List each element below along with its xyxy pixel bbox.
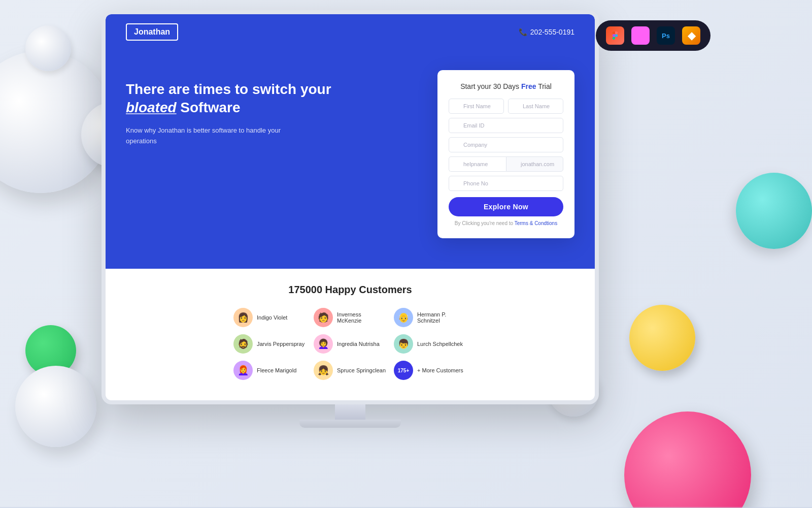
company-input[interactable] [449, 137, 563, 152]
subdomain-wrapper: 🌐 [449, 156, 506, 172]
hero-text: There are times to switch your bloated S… [126, 75, 437, 146]
customer-name: Lurch Schpellchek [417, 341, 463, 347]
more-customers-badge: 175+ [394, 361, 413, 380]
customer-name: Spruce Springclean [337, 367, 386, 373]
xd-icon[interactable]: Xd [631, 26, 650, 45]
list-item: 👴 Hermann P. Schnitzel [394, 308, 467, 327]
form-terms: By Clicking you're need to Terms & Condt… [449, 220, 563, 226]
list-item: 👩‍🦱 Ingredia Nutrisha [314, 334, 387, 354]
avatar: 🧔 [233, 334, 253, 354]
decorative-ball-green [25, 325, 76, 376]
customer-name: Ingredia Nutrisha [337, 341, 380, 347]
list-item: 🧔 Jarvis Pepperspray [233, 334, 307, 354]
decorative-ball-2 [25, 25, 71, 71]
email-input[interactable] [449, 118, 563, 133]
list-item: 👧 Spruce Springclean [314, 361, 387, 380]
customer-name: Hermann P. Schnitzel [417, 311, 467, 324]
first-name-wrapper: 👤 [449, 99, 504, 114]
list-item: 👩 Indigo Violet [233, 308, 307, 327]
nav-logo[interactable]: Jonathan [126, 23, 178, 41]
email-wrapper: ✉️ [449, 118, 563, 133]
phone-input[interactable] [449, 176, 563, 191]
domain-row: 🌐 [449, 156, 563, 172]
decorative-ball-4 [15, 366, 96, 447]
first-name-input[interactable] [449, 99, 504, 114]
customers-grid: 👩 Indigo Violet 🧑 Inverness McKenzie 👴 H… [233, 308, 467, 380]
name-row: 👤 👤 [449, 99, 563, 114]
monitor-neck [335, 404, 365, 420]
customer-name: Inverness McKenzie [337, 311, 387, 324]
list-item: 👩‍🦰 Fleece Marigold [233, 361, 307, 380]
subdomain-input[interactable] [449, 156, 506, 172]
list-item: 👦 Lurch Schpellchek [394, 334, 467, 354]
monitor-base [299, 420, 401, 428]
figma-icon[interactable] [606, 26, 624, 45]
hero-subtitle: Know why Jonathan is better software to … [126, 125, 288, 147]
avatar: 👩 [233, 308, 253, 327]
ps-icon[interactable]: Ps [657, 26, 675, 45]
toolbar-pill: Xd Ps ◆ [596, 20, 710, 51]
customer-name: Jarvis Pepperspray [257, 341, 304, 347]
phone-icon: 📞 [519, 28, 527, 36]
hero-title: There are times to switch your bloated S… [126, 80, 437, 117]
avatar: 👴 [394, 308, 413, 327]
customers-section: 175000 Happy Customers 👩 Indigo Violet 🧑… [106, 269, 595, 400]
monitor: Jonathan 📞 202-555-0191 There are times … [101, 10, 599, 404]
decorative-ball-teal [736, 173, 812, 249]
signup-form-card: Start your 30 Days Free Trial 👤 👤 [437, 70, 574, 238]
monitor-stand [101, 404, 599, 428]
avatar: 👩‍🦰 [233, 361, 253, 380]
nav-phone: 📞 202-555-0191 [519, 28, 574, 36]
avatar: 👧 [314, 361, 333, 380]
avatar: 🧑 [314, 308, 333, 327]
sketch-icon[interactable]: ◆ [682, 26, 700, 45]
last-name-wrapper: 👤 [508, 99, 563, 114]
form-title: Start your 30 Days Free Trial [449, 82, 563, 90]
hero-section: There are times to switch your bloated S… [106, 50, 595, 269]
terms-link[interactable]: Terms & Condtions [515, 220, 557, 226]
domain-suffix-wrapper [506, 156, 563, 172]
customers-title: 175000 Happy Customers [126, 284, 574, 296]
nav-bar: Jonathan 📞 202-555-0191 [106, 14, 595, 50]
phone-row: 📱 [449, 176, 563, 191]
decorative-ball-yellow [629, 305, 695, 371]
last-name-input[interactable] [508, 99, 563, 114]
domain-suffix-input [506, 156, 563, 172]
list-item: 175+ + More Customers [394, 361, 467, 380]
customer-name: + More Customers [417, 367, 463, 373]
phone-wrapper: 📱 [449, 176, 563, 191]
email-row: ✉️ [449, 118, 563, 133]
monitor-screen: Jonathan 📞 202-555-0191 There are times … [106, 14, 595, 400]
avatar: 👩‍🦱 [314, 334, 333, 354]
customer-name: Indigo Violet [257, 314, 287, 321]
monitor-wrapper: Jonathan 📞 202-555-0191 There are times … [101, 10, 599, 428]
avatar: 👦 [394, 334, 413, 354]
company-row: 🏢 [449, 137, 563, 152]
list-item: 🧑 Inverness McKenzie [314, 308, 387, 327]
customer-name: Fleece Marigold [257, 367, 296, 373]
decorative-ball-1 [0, 51, 112, 193]
explore-now-button[interactable]: Explore Now [449, 197, 563, 216]
decorative-ball-pink [624, 411, 751, 508]
company-wrapper: 🏢 [449, 137, 563, 152]
